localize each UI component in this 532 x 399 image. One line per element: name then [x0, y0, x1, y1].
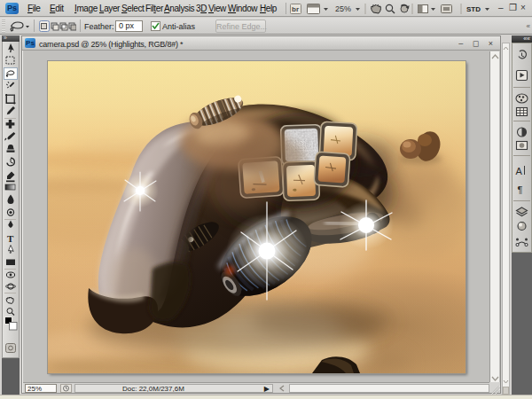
svg-text:¶: ¶: [518, 184, 523, 195]
svg-text:STD: STD: [466, 5, 481, 13]
svg-text:br: br: [292, 5, 299, 13]
svg-text:A: A: [516, 166, 523, 176]
svg-text:25%: 25%: [335, 4, 351, 13]
svg-text:T: T: [7, 233, 14, 244]
